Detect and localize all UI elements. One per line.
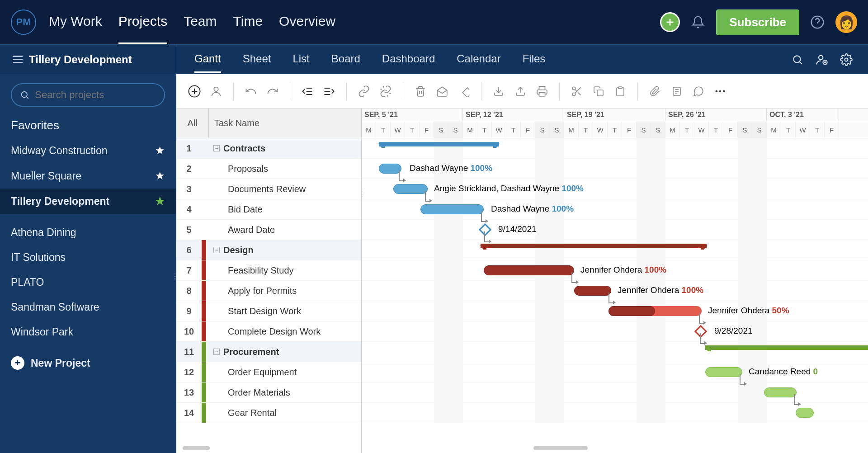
task-name-cell[interactable]: Apply for Permits xyxy=(206,286,361,296)
task-name-cell[interactable]: Award Date xyxy=(206,225,361,235)
paste-button[interactable] xyxy=(612,83,628,99)
sidebar-item-mueller[interactable]: Mueller Square ★ xyxy=(0,163,176,189)
indent-button[interactable] xyxy=(321,83,337,99)
collapse-icon[interactable]: − xyxy=(213,247,220,253)
notes-button[interactable] xyxy=(669,83,685,99)
project-settings-button[interactable] xyxy=(839,52,854,67)
task-bar[interactable] xyxy=(574,286,611,296)
undo-button[interactable] xyxy=(243,83,259,99)
copy-button[interactable] xyxy=(590,83,607,99)
new-project-button[interactable]: + New Project xyxy=(0,348,176,378)
sidebar-item-plato[interactable]: PLATO xyxy=(0,270,176,295)
global-add-button[interactable] xyxy=(660,12,680,32)
task-row[interactable]: 9Start Design Work xyxy=(176,301,361,321)
task-name-cell[interactable]: Order Materials xyxy=(206,387,361,398)
email-button[interactable] xyxy=(434,83,450,99)
nav-team[interactable]: Team xyxy=(184,0,217,44)
assign-button[interactable] xyxy=(208,83,224,99)
attachment-button[interactable] xyxy=(647,83,663,99)
add-task-button[interactable] xyxy=(186,83,203,99)
task-row[interactable]: 5Award Date xyxy=(176,220,361,240)
viewtab-sheet[interactable]: Sheet xyxy=(243,46,271,73)
viewtab-board[interactable]: Board xyxy=(331,46,360,73)
search-projects-box[interactable] xyxy=(11,83,165,107)
star-icon[interactable]: ★ xyxy=(155,144,165,157)
task-name-cell[interactable]: Complete Design Work xyxy=(206,326,361,337)
help-button[interactable] xyxy=(809,14,826,30)
task-name-cell[interactable]: Order Equipment xyxy=(206,367,361,378)
sidebar-item-tillery[interactable]: Tillery Development ★ xyxy=(0,189,176,214)
task-bar[interactable] xyxy=(764,387,797,397)
task-name-cell[interactable]: Proposals xyxy=(206,164,361,174)
task-name-cell[interactable]: Gear Rental xyxy=(206,408,361,418)
task-bar[interactable] xyxy=(420,204,484,214)
search-projects-input[interactable] xyxy=(35,89,156,101)
project-menu-button[interactable] xyxy=(13,56,23,63)
task-bar[interactable] xyxy=(484,265,574,275)
task-name-cell[interactable]: Documents Review xyxy=(206,184,361,194)
nav-overview[interactable]: Overview xyxy=(279,0,335,44)
timeline-scrollbar-h[interactable] xyxy=(533,446,588,450)
logo[interactable]: PM xyxy=(11,9,36,35)
sidebar-item-athena[interactable]: Athena Dining xyxy=(0,220,176,245)
task-row[interactable]: 12Order Equipment xyxy=(176,362,361,382)
task-row[interactable]: 1−Contracts xyxy=(176,138,361,159)
unlink-button[interactable] xyxy=(377,83,394,99)
delete-button[interactable] xyxy=(412,83,429,99)
task-scrollbar-h[interactable] xyxy=(183,446,210,450)
task-name-cell[interactable]: Feasibility Study xyxy=(206,265,361,276)
task-row[interactable]: 7Feasibility Study xyxy=(176,260,361,281)
task-row[interactable]: 6−Design xyxy=(176,240,361,260)
viewtab-calendar[interactable]: Calendar xyxy=(457,46,500,73)
task-row[interactable]: 14Gear Rental xyxy=(176,403,361,423)
col-header-all[interactable]: All xyxy=(176,109,209,138)
task-row[interactable]: 10Complete Design Work xyxy=(176,321,361,342)
subscribe-button[interactable]: Subscribe xyxy=(716,9,799,35)
group-bar[interactable] xyxy=(481,244,707,248)
task-bar[interactable] xyxy=(393,184,428,194)
task-row[interactable]: 2Proposals xyxy=(176,159,361,179)
viewtab-gantt[interactable]: Gantt xyxy=(194,46,221,73)
sidebar-item-windsor[interactable]: Windsor Park xyxy=(0,320,176,344)
link-button[interactable] xyxy=(356,83,372,99)
task-bar[interactable] xyxy=(379,164,401,174)
nav-my-work[interactable]: My Work xyxy=(49,0,102,44)
comments-button[interactable] xyxy=(690,83,707,99)
collapse-icon[interactable]: − xyxy=(213,349,220,355)
task-bar[interactable] xyxy=(796,408,814,418)
sidebar-item-sandman[interactable]: Sandman Software xyxy=(0,295,176,320)
viewtab-files[interactable]: Files xyxy=(523,46,546,73)
nav-time[interactable]: Time xyxy=(233,0,263,44)
timeline-pane[interactable]: ⋮ SEP, 5 '21SEP, 12 '21SEP, 19 '21SEP, 2… xyxy=(362,109,868,453)
task-row[interactable]: 13Order Materials xyxy=(176,382,361,403)
task-name-cell[interactable]: −Design xyxy=(206,245,361,255)
star-icon[interactable]: ★ xyxy=(155,170,165,182)
sidebar-item-it[interactable]: IT Solutions xyxy=(0,245,176,270)
task-row[interactable]: 3Documents Review xyxy=(176,179,361,199)
print-button[interactable] xyxy=(534,83,550,99)
user-avatar[interactable]: 👩 xyxy=(835,11,857,33)
task-row[interactable]: 8Apply for Permits xyxy=(176,281,361,301)
more-button[interactable] xyxy=(712,83,728,99)
task-bar[interactable] xyxy=(705,367,742,377)
project-search-button[interactable] xyxy=(790,52,805,67)
export-button[interactable] xyxy=(512,83,528,99)
task-name-cell[interactable]: Bid Date xyxy=(206,204,361,215)
sidebar-item-midway[interactable]: Midway Construction ★ xyxy=(0,138,176,163)
viewtab-dashboard[interactable]: Dashboard xyxy=(382,46,435,73)
nav-projects[interactable]: Projects xyxy=(118,0,167,44)
milestone-button[interactable] xyxy=(456,83,472,99)
viewtab-list[interactable]: List xyxy=(292,46,309,73)
collapse-icon[interactable]: − xyxy=(213,145,220,151)
redo-button[interactable] xyxy=(264,83,281,99)
task-row[interactable]: 4Bid Date xyxy=(176,199,361,220)
group-bar[interactable] xyxy=(379,142,499,146)
import-button[interactable] xyxy=(491,83,507,99)
cut-button[interactable] xyxy=(569,83,585,99)
add-member-button[interactable] xyxy=(815,52,829,67)
group-bar[interactable] xyxy=(705,345,868,350)
task-name-cell[interactable]: Start Design Work xyxy=(206,306,361,316)
notifications-button[interactable] xyxy=(690,14,706,30)
star-icon[interactable]: ★ xyxy=(155,195,165,208)
task-bar-progress[interactable] xyxy=(609,306,655,316)
